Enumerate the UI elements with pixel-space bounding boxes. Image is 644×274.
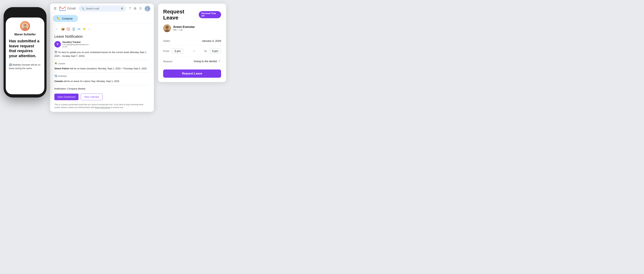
gmail-toolbar: ☰ Gmail 🔍 Search mail ⚙ ? ⚙ [50, 3, 154, 13]
email-divider-2 [54, 72, 150, 73]
leaves-person: Shane Patton [54, 67, 69, 70]
user-dept: HR [173, 29, 176, 31]
panel-header: Request Leave Personal Time Off [163, 8, 221, 21]
settings-icon[interactable]: ⚙ [134, 6, 136, 10]
email-sender-row: V Vacation Tracker <no-reply@vacationtra… [54, 41, 150, 48]
to-label: To [204, 49, 207, 52]
email-cta-buttons: Open Dashboard View Calendar [54, 94, 150, 100]
leaves-content: Shane Patton will be on leave (vacation)… [54, 67, 150, 71]
holidays-section-title: ✈️ Holidays [54, 74, 150, 78]
dates-value: January 4, 2026 [202, 39, 221, 42]
reason-value: Going to the dentist 🦷 [194, 60, 221, 63]
gmail-logo: Gmail [60, 6, 76, 11]
to-value[interactable]: 5 pm [209, 48, 221, 54]
gmail-m-logo [60, 6, 66, 11]
footer-instructions-link[interactable]: these instructions [95, 106, 110, 108]
search-placeholder: Search mail [86, 7, 99, 10]
delete-icon[interactable]: 🗑️ [72, 27, 76, 31]
compose-pencil-icon: ✏️ [56, 17, 60, 20]
label-icon[interactable]: 📧 [77, 27, 81, 31]
phone-headline: Has submitted a leave request that requi… [9, 39, 41, 58]
holidays-detail: will be on leave for Labour Day: Monday,… [64, 80, 119, 83]
open-dashboard-button[interactable]: Open Dashboard [54, 94, 78, 100]
dates-label: Dates [163, 39, 170, 42]
email-nav: ← 📦 🚫 🗑️ 📧 📁 ⋯ [54, 26, 150, 32]
phone-divider [9, 61, 41, 61]
gmail-compose-area: ✏️ Compose [50, 13, 154, 23]
help-icon[interactable]: ? [129, 6, 131, 10]
filter-icon: ⚙ [121, 7, 123, 10]
user-subtitle: HR • UK [173, 29, 195, 31]
move-icon[interactable]: 📁 [83, 27, 86, 31]
leaves-detail: will be on leave (vacation): Monday, Sep… [70, 67, 147, 70]
phone-mockup: Maren Schleifer Has submitted a leave re… [4, 7, 56, 98]
phone-screen: Maren Schleifer Has submitted a leave re… [6, 17, 44, 94]
gmail-right-icons: ? ⚙ ⠿ [129, 6, 150, 11]
phone-user-name: Maren Schleifer [9, 33, 41, 36]
archive-icon[interactable]: 📦 [61, 27, 65, 31]
from-label: From [163, 49, 170, 52]
dot-separator: • [178, 29, 178, 31]
gmail-window: ☰ Gmail 🔍 Search mail ⚙ ? ⚙ [50, 3, 154, 112]
compose-button[interactable]: ✏️ Compose [53, 15, 78, 22]
reason-label: Reason [163, 60, 172, 63]
email-body: 🗓️ I'm here to update you on your schedu… [54, 51, 150, 91]
compose-label: Compose [62, 17, 73, 20]
user-name: Arwen Evenstar [173, 25, 195, 29]
sender-to: to me [62, 46, 89, 48]
holidays-country: Canada [54, 80, 63, 83]
user-location: UK [180, 29, 183, 31]
phone-subtext: ℹ️ Madelyn Dorwart will be on leave duri… [9, 63, 41, 70]
user-avatar-icon[interactable] [144, 6, 150, 11]
spam-icon[interactable]: 🚫 [66, 27, 70, 31]
phone-notch [14, 10, 36, 15]
phone-avatar [20, 21, 30, 31]
email-subject: Leave Notification [54, 34, 150, 39]
arrow-icon: → [192, 49, 196, 53]
request-leave-panel: Request Leave Personal Time Off Arwen Ev… [158, 3, 226, 82]
gmail-search[interactable]: 🔍 Search mail ⚙ [78, 5, 126, 12]
gmail-title: Gmail [67, 6, 76, 10]
from-value[interactable]: 3 pm [172, 48, 184, 54]
reason-row: Reason Going to the dentist 🦷 [163, 57, 221, 66]
user-info-row: Arwen Evenstar HR • UK [163, 24, 221, 32]
email-divider-1 [54, 60, 150, 60]
gmail-email-content: ← 📦 🚫 🗑️ 📧 📁 ⋯ Leave Notification V Vaca… [50, 23, 154, 112]
apps-grid-icon[interactable]: ⠿ [139, 6, 142, 10]
more-icon[interactable]: ⋯ [88, 27, 91, 31]
footer-end: to remove you. [110, 106, 124, 108]
dates-row: Dates January 4, 2026 [163, 36, 221, 45]
svg-point-1 [24, 24, 26, 27]
search-icon: 🔍 [82, 7, 84, 10]
request-leave-button[interactable]: Request Leave [163, 69, 221, 78]
leaves-section-title: 🌴 Leaves [54, 62, 150, 66]
email-footer: This is a system generated email that yo… [54, 103, 150, 109]
email-body-intro: 🗓️ I'm here to update you on your schedu… [54, 51, 150, 58]
to-section: To 5 pm [204, 48, 221, 54]
time-row: From 3 pm → To 5 pm [163, 45, 221, 57]
email-action-icons: 📦 🚫 🗑️ 📧 📁 ⋯ [61, 27, 91, 31]
pto-badge: Personal Time Off [199, 11, 221, 18]
view-calendar-button[interactable]: View Calendar [81, 94, 102, 100]
notification-label: Notification: Company Weekly [54, 87, 150, 91]
from-section: From 3 pm [163, 48, 184, 54]
user-info: Arwen Evenstar HR • UK [173, 25, 195, 31]
panel-title: Request Leave [163, 8, 199, 21]
user-avatar [163, 24, 171, 32]
holidays-content: Canada will be on leave for Labour Day: … [54, 80, 150, 83]
svg-point-7 [166, 26, 169, 29]
sender-email: <no-reply@vacationtracker.io> [62, 43, 89, 46]
sender-name: Vacation Tracker [62, 41, 89, 43]
svg-point-4 [147, 7, 148, 9]
